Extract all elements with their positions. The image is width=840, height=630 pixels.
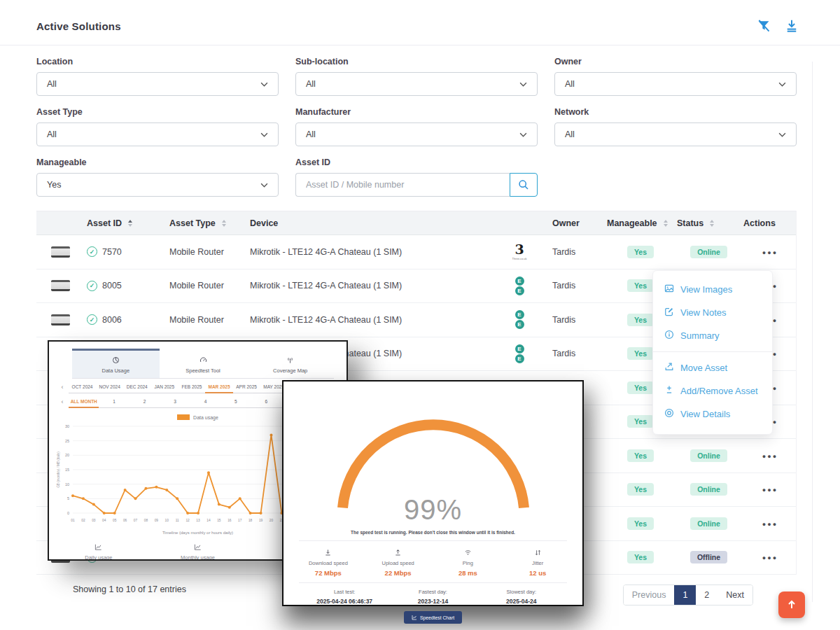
month-tab[interactable]: DEC 2024 — [123, 381, 150, 393]
device-value: Mikrotik - LTE12 4G-A Chateau (1 SIM) — [250, 247, 402, 257]
speedtest-popup: 99% The speed test is running. Please do… — [282, 380, 584, 606]
svg-text:0: 0 — [67, 511, 69, 515]
export-download-icon[interactable] — [784, 18, 799, 34]
chevron-down-icon — [519, 132, 527, 137]
select-value: All — [565, 130, 575, 139]
speedtest-stat: Download speed72 Mbps — [293, 547, 363, 577]
filter-label: Owner — [554, 57, 797, 66]
week-tab[interactable]: 2 — [130, 396, 160, 408]
manageable-select[interactable]: Yes — [36, 173, 279, 197]
week-tab[interactable]: 6 — [251, 396, 281, 408]
speedtest-dates-row: Last test:2025-04-24 06:46:37Fastest day… — [284, 589, 582, 605]
filter-owner: Owner All — [554, 57, 797, 96]
pagination: Previous 1 2 Next — [623, 584, 753, 606]
tab-data-usage[interactable]: Data Usage — [72, 349, 160, 378]
download-speed-icon — [324, 547, 332, 554]
month-tab[interactable]: FEB 2025 — [178, 381, 205, 393]
svg-text:25: 25 — [65, 439, 69, 443]
ping-icon — [464, 547, 472, 554]
week-tab[interactable]: 5 — [220, 396, 251, 408]
month-tab[interactable]: MAR 2025 — [205, 381, 232, 393]
month-tab[interactable]: OCT 2024 — [69, 381, 96, 393]
menu-item-summary[interactable]: Summary — [653, 324, 772, 347]
network-select[interactable]: All — [554, 122, 797, 146]
week-tab[interactable]: ALL MONTH — [69, 396, 99, 408]
pagination-next[interactable]: Next — [718, 585, 752, 605]
divider — [299, 540, 567, 541]
sort-icon[interactable] — [664, 220, 668, 227]
search-button[interactable] — [510, 173, 538, 197]
weeks-scroll-left-icon[interactable]: ‹ — [56, 396, 69, 408]
chevron-down-icon — [778, 132, 786, 137]
svg-text:12: 12 — [186, 519, 190, 522]
filter-label: Sub-location — [295, 57, 538, 66]
manageable-badge: Yes — [627, 415, 654, 428]
asset-id-search-input[interactable] — [295, 173, 510, 197]
months-scroll-left-icon[interactable]: ‹ — [56, 381, 69, 393]
month-tab[interactable]: NOV 2024 — [96, 381, 123, 393]
row-actions-button[interactable]: ●●● — [762, 453, 778, 460]
row-actions-button[interactable]: ●●● — [762, 486, 778, 493]
sublocation-select[interactable]: All — [295, 72, 538, 96]
table-row: ✓7570Mobile RouterMikrotik - LTE12 4G-A … — [36, 235, 796, 270]
chevron-down-icon — [778, 82, 786, 87]
pagination-page-2[interactable]: 2 — [696, 585, 718, 605]
speedtest-date: Last test:2025-04-24 06:46:37 — [300, 589, 388, 605]
manageable-badge: Yes — [627, 314, 654, 326]
device-value: Mikrotik - LTE12 4G-A Chateau (1 SIM) — [250, 315, 402, 325]
sort-icon[interactable] — [128, 220, 132, 227]
row-actions-button[interactable]: ●●● — [762, 521, 778, 528]
column-header-status[interactable]: Status — [674, 218, 741, 228]
tab-speedtest-tool[interactable]: Speedtest Tool — [160, 349, 247, 378]
svg-text:11: 11 — [176, 519, 179, 522]
verified-check-icon: ✓ — [87, 314, 97, 325]
coverage-map-tab-icon — [286, 354, 294, 362]
scroll-to-top-button[interactable] — [778, 592, 805, 618]
chevron-down-icon — [519, 82, 527, 87]
menu-item-view-images[interactable]: View Images — [653, 278, 772, 301]
usage-popup-tabs: Data UsageSpeedtest ToolCoverage Map — [72, 349, 334, 379]
pagination-page-1[interactable]: 1 — [674, 585, 696, 605]
sort-icon[interactable] — [222, 220, 226, 227]
card-edge-divider — [812, 62, 813, 602]
column-header-asset-id[interactable]: Asset ID — [84, 218, 167, 228]
row-actions-button[interactable]: ●●● — [762, 249, 778, 256]
speedtest-tab-icon — [200, 354, 207, 362]
svg-text:17: 17 — [238, 519, 242, 522]
week-tab[interactable]: 4 — [190, 396, 220, 408]
tab-coverage-map[interactable]: Coverage Map — [246, 349, 334, 378]
clear-filters-icon[interactable] — [756, 18, 771, 34]
plus-minus-icon — [664, 385, 674, 397]
column-header-actions: Actions — [741, 218, 797, 228]
menu-item-view-notes[interactable]: View Notes — [653, 301, 772, 324]
menu-item-move-asset[interactable]: Move Asset — [653, 356, 772, 379]
pagination-previous[interactable]: Previous — [624, 585, 675, 605]
month-tab[interactable]: APR 2025 — [233, 381, 260, 393]
speedtest-stat: Jitter12 us — [503, 547, 573, 577]
asset-type-value: Mobile Router — [167, 247, 247, 257]
chart-mini-icon — [194, 541, 202, 549]
sort-icon[interactable] — [710, 220, 714, 227]
column-header-asset-type[interactable]: Asset Type — [167, 218, 247, 228]
usage-stat: Monthly usage129 GB — [148, 541, 248, 561]
week-tab[interactable]: 1 — [99, 396, 129, 408]
jitter-icon — [534, 547, 542, 554]
owner-value: Tardis — [550, 281, 604, 290]
menu-item-add-remove-asset[interactable]: Add/Remove Asset — [653, 379, 772, 402]
asset-type-select[interactable]: All — [36, 122, 279, 146]
manufacturer-select[interactable]: All — [295, 122, 538, 146]
select-value: All — [47, 79, 57, 89]
menu-item-view-details[interactable]: View Details — [653, 402, 772, 426]
asset-id-value: 7570 — [102, 247, 122, 257]
manageable-badge: Yes — [627, 449, 654, 462]
row-actions-button[interactable]: ●●● — [762, 554, 778, 561]
location-select[interactable]: All — [36, 72, 279, 96]
column-header-manageable[interactable]: Manageable — [604, 218, 674, 228]
legend-label: Data usage — [193, 415, 218, 420]
month-tab[interactable]: JAN 2025 — [150, 381, 178, 393]
svg-text:08: 08 — [144, 519, 148, 522]
week-tab[interactable]: 3 — [160, 396, 190, 408]
speedtest-chart-button[interactable]: Speedtest Chart — [404, 611, 462, 624]
owner-select[interactable]: All — [554, 72, 797, 96]
svg-text:5: 5 — [67, 496, 69, 500]
